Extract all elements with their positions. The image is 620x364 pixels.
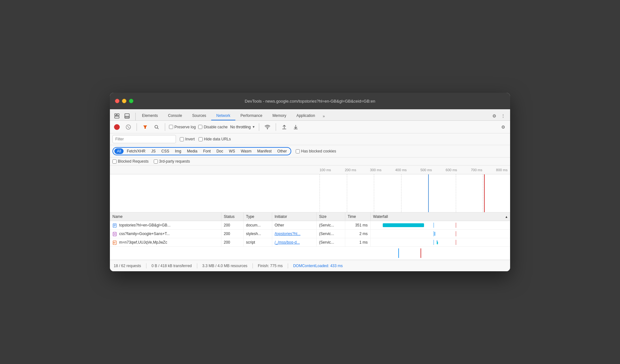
filter-input[interactable] [115,137,173,141]
has-blocked-cookies-checkbox[interactable]: Has blocked cookies [296,149,336,153]
filter-icon[interactable] [141,123,150,131]
clear-button[interactable] [124,123,133,131]
dock-icon[interactable] [123,111,131,120]
inspector-icon[interactable] [112,111,121,120]
table-header-row: Name Status Type Initiator Size [110,212,510,221]
window-title: DevTools - news.google.com/topstories?hl… [245,99,375,104]
invert-checkbox[interactable]: Invert [180,137,195,141]
more-options-icon[interactable]: ⋮ [499,111,508,120]
wf-red-line-1 [456,223,456,228]
col-type[interactable]: Type [243,212,272,221]
row-time-3: 1 ms [345,238,370,247]
network-settings-icon[interactable]: ⚙ [499,123,508,131]
type-btn-all[interactable]: All [114,148,124,154]
search-icon[interactable] [152,123,161,131]
status-resources: 3.3 MB / 4.0 MB resources [202,264,247,268]
col-waterfall[interactable]: Waterfall ▲ [370,212,510,221]
maximize-button[interactable] [129,99,133,103]
tab-sources[interactable]: Sources [187,111,211,120]
row-size-2: (Servic... [316,230,345,238]
row-size-3: (Servic... [316,238,345,247]
timeline-200ms: 200 ms [345,168,356,172]
throttle-select[interactable]: No throttling ▼ [230,125,255,129]
type-btn-font[interactable]: Font [200,148,213,154]
waterfall-bar-2 [435,232,435,236]
col-time[interactable]: Time [345,212,370,221]
type-btn-wasm[interactable]: Wasm [238,148,254,154]
type-filter-bar: All Fetch/XHR JS CSS Img Media Font Doc … [110,145,510,158]
svg-marker-7 [143,125,147,129]
table-row[interactable]: m=n73qwf,UUJqVe,MpJwZc 200 script /_/mss… [110,238,510,247]
load-line [484,174,485,212]
tab-console[interactable]: Console [163,111,187,120]
row-type-3: script [243,238,272,247]
third-party-checkbox[interactable]: 3rd-party requests [154,159,190,164]
tab-memory[interactable]: Memory [267,111,291,120]
timeline-700ms: 700 ms [471,168,482,172]
wf-red-line-2 [456,231,456,236]
filter-input-container[interactable] [112,135,176,143]
traffic-lights [115,99,133,103]
row-name-1: topstories?hl=en-GB&gl=GB... [110,221,221,230]
status-sep-3 [253,263,253,268]
type-btn-media[interactable]: Media [185,148,200,154]
timeline-300ms: 300 ms [370,168,381,172]
disable-cache-checkbox[interactable]: Disable cache [198,125,227,129]
timeline-800ms: 800 ms [496,168,508,172]
wifi-icon[interactable] [263,123,272,131]
row-waterfall-2 [370,230,510,238]
type-btn-js[interactable]: JS [149,148,158,154]
svg-point-10 [267,128,268,129]
row-time-1: 351 ms [345,221,370,230]
status-sep-2 [197,263,197,268]
col-status[interactable]: Status [221,212,243,221]
record-button[interactable] [112,123,121,131]
row-initiator-1: Other [272,221,316,230]
col-initiator[interactable]: Initiator [272,212,316,221]
type-btn-css[interactable]: CSS [159,148,172,154]
type-btn-img[interactable]: Img [172,148,184,154]
doc-icon [112,223,117,227]
timeline-100ms: 100 ms [320,168,331,172]
timeline-grid [320,174,510,212]
devtools-tab-bar: Elements Console Sources Network Perform… [110,109,510,121]
settings-icon[interactable]: ⚙ [490,111,499,120]
status-requests: 18 / 62 requests [114,264,141,268]
wf-blue-line-3 [434,240,434,245]
close-button[interactable] [115,99,119,103]
row-waterfall-1 [370,221,510,230]
status-bar: 18 / 62 requests 0 B / 418 kB transferre… [110,260,510,271]
download-icon[interactable] [291,123,300,131]
svg-rect-1 [115,116,119,118]
status-sep-4 [288,263,288,268]
network-toolbar: Preserve log Disable cache No throttling… [110,121,510,133]
col-size[interactable]: Size [316,212,345,221]
table-row[interactable]: topstories?hl=en-GB&gl=GB... 200 docum..… [110,221,510,230]
col-name[interactable]: Name [110,212,221,221]
timeline-600ms: 600 ms [446,168,457,172]
more-tabs-icon[interactable]: » [320,112,327,120]
type-btn-ws[interactable]: WS [226,148,238,154]
script-icon [112,240,117,245]
table-row[interactable]: css?family=Google+Sans+T... 200 stylesh.… [110,230,510,238]
timeline-400ms: 400 ms [395,168,407,172]
type-btn-other[interactable]: Other [275,148,289,154]
throttle-dropdown-icon: ▼ [252,125,255,129]
type-btn-manifest[interactable]: Manifest [255,148,274,154]
tab-elements[interactable]: Elements [137,111,163,120]
tab-network[interactable]: Network [211,111,235,120]
tab-performance[interactable]: Performance [235,111,267,120]
row-type-2: stylesh... [243,230,272,238]
upload-icon[interactable] [280,123,289,131]
row-initiator-2: /topstories?hl... [272,230,316,238]
row-status-1: 200 [221,221,243,230]
blocked-requests-checkbox[interactable]: Blocked Requests [112,159,149,164]
preserve-log-checkbox[interactable]: Preserve log [169,125,196,129]
type-btn-doc[interactable]: Doc [214,148,226,154]
type-btn-fetch-xhr[interactable]: Fetch/XHR [124,148,148,154]
wf-red-line-empty [421,248,421,258]
hide-data-urls-checkbox[interactable]: Hide data URLs [199,137,231,141]
tab-application[interactable]: Application [291,111,320,120]
minimize-button[interactable] [122,99,126,103]
status-dom-content-loaded: DOMContentLoaded: 433 ms [293,264,343,268]
